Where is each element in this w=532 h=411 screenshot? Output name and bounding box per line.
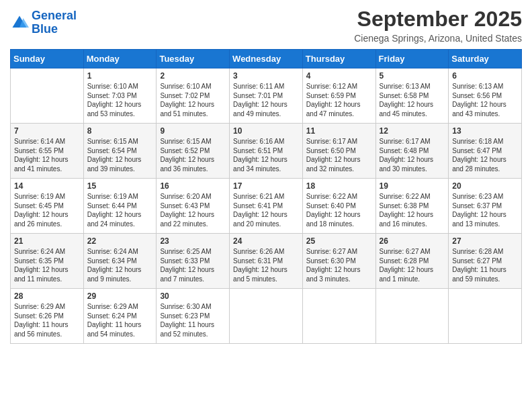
day-number: 23 — [160, 236, 226, 246]
day-number: 30 — [160, 291, 226, 301]
day-cell: 26Sunrise: 6:27 AMSunset: 6:28 PMDayligh… — [375, 234, 449, 289]
day-info: Sunrise: 6:20 AMSunset: 6:43 PMDaylight:… — [160, 192, 226, 228]
logo-text: General Blue — [32, 9, 77, 36]
day-info: Sunrise: 6:19 AMSunset: 6:44 PMDaylight:… — [87, 192, 153, 228]
day-cell: 18Sunrise: 6:22 AMSunset: 6:40 PMDayligh… — [302, 179, 375, 234]
day-info: Sunrise: 6:29 AMSunset: 6:26 PMDaylight:… — [14, 302, 80, 338]
weekday-header-monday: Monday — [83, 50, 157, 68]
day-number: 14 — [14, 181, 80, 191]
day-info: Sunrise: 6:28 AMSunset: 6:27 PMDaylight:… — [452, 247, 518, 283]
day-cell — [302, 289, 375, 344]
day-cell: 28Sunrise: 6:29 AMSunset: 6:26 PMDayligh… — [11, 289, 84, 344]
day-info: Sunrise: 6:10 AMSunset: 7:02 PMDaylight:… — [160, 82, 226, 118]
day-number: 2 — [160, 71, 226, 81]
day-cell: 27Sunrise: 6:28 AMSunset: 6:27 PMDayligh… — [449, 234, 522, 289]
weekday-header-sunday: Sunday — [11, 50, 84, 68]
day-number: 19 — [380, 181, 445, 191]
day-info: Sunrise: 6:18 AMSunset: 6:47 PMDaylight:… — [452, 137, 518, 173]
day-number: 20 — [452, 181, 518, 191]
day-info: Sunrise: 6:21 AMSunset: 6:41 PMDaylight:… — [233, 192, 299, 228]
day-cell: 9Sunrise: 6:15 AMSunset: 6:52 PMDaylight… — [157, 124, 230, 179]
day-cell: 25Sunrise: 6:27 AMSunset: 6:30 PMDayligh… — [302, 234, 375, 289]
day-info: Sunrise: 6:17 AMSunset: 6:50 PMDaylight:… — [306, 137, 372, 173]
calendar-body: 1Sunrise: 6:10 AMSunset: 7:03 PMDaylight… — [11, 68, 522, 344]
week-row-4: 21Sunrise: 6:24 AMSunset: 6:35 PMDayligh… — [11, 234, 522, 289]
header: General Blue September 2025 Cienega Spri… — [10, 7, 522, 44]
weekday-header-friday: Friday — [375, 50, 449, 68]
day-cell: 11Sunrise: 6:17 AMSunset: 6:50 PMDayligh… — [302, 124, 375, 179]
day-cell — [11, 68, 84, 124]
logo: General Blue — [10, 9, 77, 36]
day-number: 26 — [380, 236, 445, 246]
day-info: Sunrise: 6:15 AMSunset: 6:52 PMDaylight:… — [160, 137, 226, 173]
day-number: 6 — [452, 71, 518, 81]
day-number: 24 — [233, 236, 299, 246]
day-cell: 4Sunrise: 6:12 AMSunset: 6:59 PMDaylight… — [302, 68, 375, 124]
day-number: 21 — [14, 236, 80, 246]
weekday-row: SundayMondayTuesdayWednesdayThursdayFrid… — [11, 50, 522, 68]
day-info: Sunrise: 6:22 AMSunset: 6:38 PMDaylight:… — [380, 192, 445, 228]
calendar-table: SundayMondayTuesdayWednesdayThursdayFrid… — [10, 49, 522, 344]
day-cell: 23Sunrise: 6:25 AMSunset: 6:33 PMDayligh… — [157, 234, 230, 289]
day-info: Sunrise: 6:13 AMSunset: 6:58 PMDaylight:… — [380, 82, 445, 118]
day-cell: 29Sunrise: 6:29 AMSunset: 6:24 PMDayligh… — [83, 289, 157, 344]
day-info: Sunrise: 6:12 AMSunset: 6:59 PMDaylight:… — [306, 82, 372, 118]
day-info: Sunrise: 6:26 AMSunset: 6:31 PMDaylight:… — [233, 247, 299, 283]
day-info: Sunrise: 6:23 AMSunset: 6:37 PMDaylight:… — [452, 192, 518, 228]
day-cell: 21Sunrise: 6:24 AMSunset: 6:35 PMDayligh… — [11, 234, 84, 289]
day-cell: 1Sunrise: 6:10 AMSunset: 7:03 PMDaylight… — [83, 68, 157, 124]
title-block: September 2025 Cienega Springs, Arizona,… — [354, 7, 522, 44]
day-number: 8 — [87, 126, 153, 136]
day-info: Sunrise: 6:27 AMSunset: 6:28 PMDaylight:… — [380, 247, 445, 283]
day-info: Sunrise: 6:24 AMSunset: 6:35 PMDaylight:… — [14, 247, 80, 283]
day-cell: 8Sunrise: 6:15 AMSunset: 6:54 PMDaylight… — [83, 124, 157, 179]
day-info: Sunrise: 6:27 AMSunset: 6:30 PMDaylight:… — [306, 247, 372, 283]
day-number: 13 — [452, 126, 518, 136]
day-info: Sunrise: 6:13 AMSunset: 6:56 PMDaylight:… — [452, 82, 518, 118]
day-number: 15 — [87, 181, 153, 191]
day-cell: 13Sunrise: 6:18 AMSunset: 6:47 PMDayligh… — [449, 124, 522, 179]
day-number: 22 — [87, 236, 153, 246]
day-number: 16 — [160, 181, 226, 191]
day-number: 9 — [160, 126, 226, 136]
day-cell: 16Sunrise: 6:20 AMSunset: 6:43 PMDayligh… — [157, 179, 230, 234]
week-row-1: 1Sunrise: 6:10 AMSunset: 7:03 PMDaylight… — [11, 68, 522, 124]
day-info: Sunrise: 6:30 AMSunset: 6:23 PMDaylight:… — [160, 302, 226, 338]
weekday-header-wednesday: Wednesday — [230, 50, 303, 68]
day-number: 4 — [306, 71, 372, 81]
weekday-header-tuesday: Tuesday — [157, 50, 230, 68]
day-info: Sunrise: 6:14 AMSunset: 6:55 PMDaylight:… — [14, 137, 80, 173]
day-cell: 5Sunrise: 6:13 AMSunset: 6:58 PMDaylight… — [375, 68, 449, 124]
day-cell: 7Sunrise: 6:14 AMSunset: 6:55 PMDaylight… — [11, 124, 84, 179]
day-cell: 15Sunrise: 6:19 AMSunset: 6:44 PMDayligh… — [83, 179, 157, 234]
day-number: 3 — [233, 71, 299, 81]
day-info: Sunrise: 6:24 AMSunset: 6:34 PMDaylight:… — [87, 247, 153, 283]
day-cell: 12Sunrise: 6:17 AMSunset: 6:48 PMDayligh… — [375, 124, 449, 179]
day-number: 18 — [306, 181, 372, 191]
day-number: 17 — [233, 181, 299, 191]
day-number: 1 — [87, 71, 153, 81]
day-cell: 20Sunrise: 6:23 AMSunset: 6:37 PMDayligh… — [449, 179, 522, 234]
day-cell: 6Sunrise: 6:13 AMSunset: 6:56 PMDaylight… — [449, 68, 522, 124]
day-number: 27 — [452, 236, 518, 246]
logo-icon — [10, 13, 29, 32]
day-info: Sunrise: 6:15 AMSunset: 6:54 PMDaylight:… — [87, 137, 153, 173]
day-number: 28 — [14, 291, 80, 301]
calendar-header: SundayMondayTuesdayWednesdayThursdayFrid… — [11, 50, 522, 68]
day-cell: 19Sunrise: 6:22 AMSunset: 6:38 PMDayligh… — [375, 179, 449, 234]
day-info: Sunrise: 6:29 AMSunset: 6:24 PMDaylight:… — [87, 302, 153, 338]
page: General Blue September 2025 Cienega Spri… — [0, 0, 532, 411]
day-cell: 17Sunrise: 6:21 AMSunset: 6:41 PMDayligh… — [230, 179, 303, 234]
day-info: Sunrise: 6:16 AMSunset: 6:51 PMDaylight:… — [233, 137, 299, 173]
day-number: 5 — [380, 71, 445, 81]
day-info: Sunrise: 6:11 AMSunset: 7:01 PMDaylight:… — [233, 82, 299, 118]
day-info: Sunrise: 6:22 AMSunset: 6:40 PMDaylight:… — [306, 192, 372, 228]
day-cell: 2Sunrise: 6:10 AMSunset: 7:02 PMDaylight… — [157, 68, 230, 124]
week-row-3: 14Sunrise: 6:19 AMSunset: 6:45 PMDayligh… — [11, 179, 522, 234]
day-number: 12 — [380, 126, 445, 136]
weekday-header-thursday: Thursday — [302, 50, 375, 68]
day-number: 10 — [233, 126, 299, 136]
day-cell — [375, 289, 449, 344]
day-cell — [449, 289, 522, 344]
day-cell: 22Sunrise: 6:24 AMSunset: 6:34 PMDayligh… — [83, 234, 157, 289]
